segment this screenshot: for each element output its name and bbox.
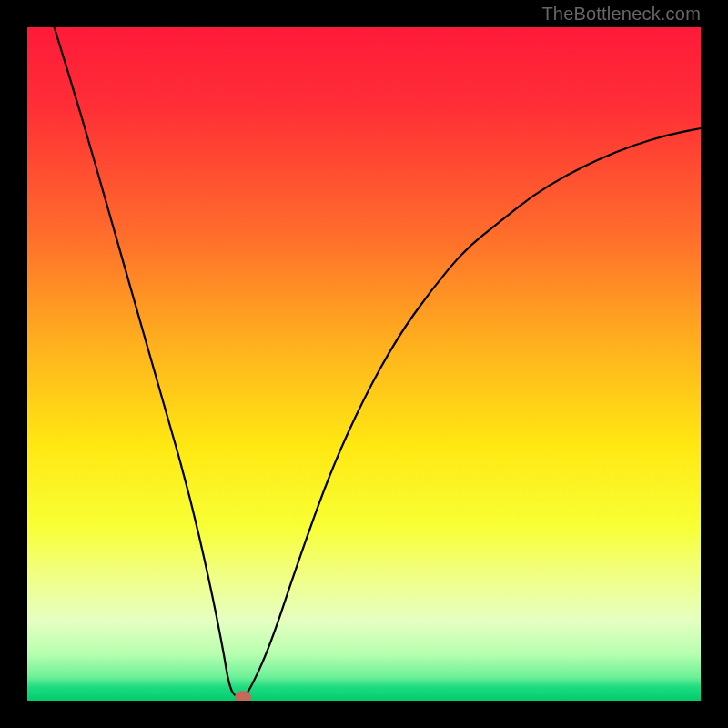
chart-frame: TheBottleneck.com <box>0 0 728 728</box>
curve-layer <box>27 27 701 701</box>
watermark-text: TheBottleneck.com <box>541 4 701 25</box>
minimum-marker <box>235 691 251 701</box>
bottleneck-curve <box>55 27 701 697</box>
plot-area <box>27 27 701 701</box>
